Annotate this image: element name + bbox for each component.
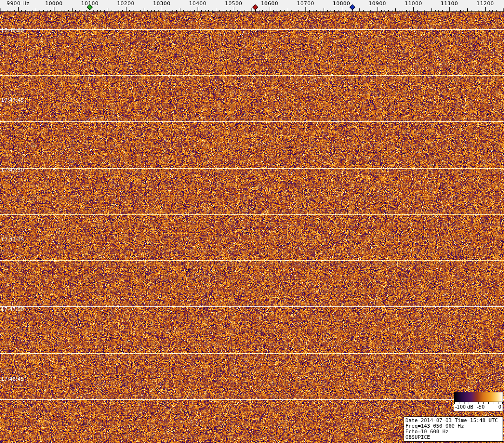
- colorbar-tick: [469, 402, 469, 404]
- waterfall-spectrogram[interactable]: [0, 12, 504, 443]
- freq-tick-label: 9900 Hz: [7, 0, 29, 7]
- freq-tick-label: 10700: [297, 0, 314, 7]
- info-station: OBSUPICE: [405, 435, 501, 440]
- colorbar-tick: [483, 402, 484, 404]
- colorbar-tick: [454, 402, 455, 404]
- colorbar-max-label: 0: [498, 404, 501, 410]
- colorbar-tick: [478, 402, 479, 404]
- waterfall-area[interactable]: 17:48:0017:47:4517:47:3017:47:1517:47:00…: [0, 12, 504, 443]
- intensity-colorbar: -100 dB -50 0: [454, 392, 503, 411]
- colorbar-tick: [498, 402, 498, 404]
- colorbar-labels: -100 dB -50 0: [454, 404, 503, 411]
- freq-tick-label: 10000: [45, 0, 63, 7]
- spectrogram-window: 9900 Hz100001010010200103001040010500106…: [0, 0, 504, 443]
- colorbar-tick: [488, 402, 489, 404]
- colorbar-min-label: -100 dB: [455, 404, 473, 410]
- freq-tick-label: 11200: [477, 0, 494, 7]
- freq-tick-label: 11100: [441, 0, 458, 7]
- freq-tick-label: 10400: [189, 0, 206, 7]
- colorbar-tick: [502, 402, 503, 404]
- colorbar-gradient: [454, 392, 503, 402]
- freq-tick-label: 10200: [117, 0, 135, 7]
- colorbar-mid-label: -50: [477, 404, 484, 410]
- freq-tick-label: 10300: [153, 0, 171, 7]
- colorbar-tick: [459, 402, 459, 404]
- freq-tick-label: 10500: [225, 0, 243, 7]
- frequency-ruler-labels: 9900 Hz100001010010200103001040010500106…: [0, 0, 504, 12]
- status-info-box: Date=2014-07-03 Time=15:48 UTC Freq=143 …: [404, 417, 503, 442]
- freq-tick-label: 10600: [261, 0, 279, 7]
- freq-tick-label: 11000: [405, 0, 422, 7]
- colorbar-tick: [493, 402, 493, 404]
- colorbar-tick: [474, 402, 474, 404]
- freq-tick-label: 10900: [369, 0, 386, 7]
- frequency-ruler[interactable]: 9900 Hz100001010010200103001040010500106…: [0, 0, 504, 12]
- freq-tick-label: 10800: [333, 0, 351, 7]
- colorbar-tick: [464, 402, 464, 404]
